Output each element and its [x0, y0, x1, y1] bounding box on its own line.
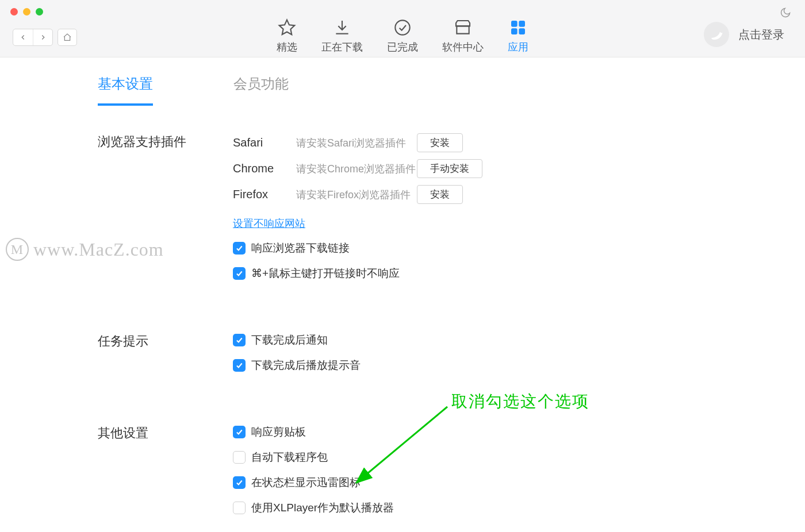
- check-circle-icon: [393, 18, 412, 37]
- tab-downloading[interactable]: 正在下载: [321, 18, 363, 54]
- check-icon: [235, 269, 243, 277]
- star-icon: [278, 18, 296, 37]
- check-label: 自动下载程序包: [251, 450, 328, 465]
- check-icon: [235, 479, 243, 487]
- close-window-button[interactable]: [10, 8, 18, 16]
- section-task-title: 任务提示: [98, 333, 233, 373]
- checkbox-notify-complete[interactable]: [233, 334, 246, 346]
- check-label: 下载完成后通知: [251, 333, 328, 348]
- plugin-hint-chrome: 请安装Chrome浏览器插件: [296, 162, 417, 176]
- forward-button[interactable]: [33, 29, 52, 45]
- check-label: 响应剪贴板: [251, 425, 306, 440]
- check-respond-browser-links: 响应浏览器下载链接: [233, 241, 482, 256]
- download-icon: [333, 18, 351, 37]
- checkbox-clipboard[interactable]: [233, 426, 246, 438]
- page-content: 基本设置 会员功能 浏览器支持插件 Safari 请安装Safari浏览器插件 …: [0, 57, 805, 515]
- check-xlplayer-default: 使用XLPlayer作为默认播放器: [233, 500, 394, 515]
- tab-member-features[interactable]: 会员功能: [233, 75, 289, 106]
- tab-apps-label: 应用: [508, 40, 528, 54]
- avatar: [704, 22, 729, 47]
- svg-rect-4: [519, 28, 525, 34]
- check-icon: [235, 428, 243, 436]
- plugin-hint-safari: 请安装Safari浏览器插件: [296, 136, 417, 150]
- plugin-row-firefox: Firefox 请安装Firefox浏览器插件 安装: [233, 185, 482, 204]
- minimize-window-button[interactable]: [23, 8, 30, 16]
- nav-buttons: [13, 29, 77, 46]
- check-label: 使用XLPlayer作为默认播放器: [251, 500, 394, 515]
- section-task-notify: 任务提示 下载完成后通知 下载完成后播放提示音: [98, 333, 805, 373]
- install-chrome-button[interactable]: 手动安装: [417, 159, 482, 178]
- svg-rect-1: [511, 21, 518, 27]
- window-controls: [10, 8, 43, 16]
- check-label: 响应浏览器下载链接: [251, 241, 350, 256]
- no-response-sites-link[interactable]: 设置不响应网站: [233, 217, 305, 230]
- tab-completed-label: 已完成: [387, 40, 418, 54]
- check-clipboard: 响应剪贴板: [233, 425, 394, 440]
- tab-downloading-label: 正在下载: [321, 40, 363, 54]
- toolbar: 精选 正在下载 已完成 软件中心 应用 点击登录: [0, 0, 805, 57]
- bird-icon: [706, 24, 727, 45]
- tab-software-center[interactable]: 软件中心: [442, 18, 484, 54]
- tab-software-center-label: 软件中心: [442, 40, 484, 54]
- plugin-row-safari: Safari 请安装Safari浏览器插件 安装: [233, 133, 482, 152]
- plugin-name-firefox: Firefox: [233, 188, 296, 201]
- check-icon: [235, 336, 243, 344]
- checkbox-statusbar-icon[interactable]: [233, 476, 246, 489]
- check-label: ⌘+鼠标主键打开链接时不响应: [251, 266, 400, 281]
- check-auto-download-pkg: 自动下载程序包: [233, 450, 394, 465]
- checkbox-play-sound[interactable]: [233, 359, 246, 372]
- annotation-text: 取消勾选这个选项: [451, 391, 589, 413]
- back-button[interactable]: [13, 29, 33, 45]
- tab-basic-settings[interactable]: 基本设置: [98, 75, 153, 106]
- check-icon: [235, 244, 243, 252]
- install-firefox-button[interactable]: 安装: [417, 185, 463, 204]
- tab-featured-label: 精选: [277, 40, 297, 54]
- login-text: 点击登录: [738, 27, 784, 43]
- tab-featured[interactable]: 精选: [277, 18, 297, 54]
- section-browser-plugin: 浏览器支持插件 Safari 请安装Safari浏览器插件 安装 Chrome …: [98, 133, 805, 281]
- dark-mode-toggle[interactable]: [780, 7, 791, 21]
- svg-point-0: [395, 20, 409, 34]
- check-label: 在状态栏显示迅雷图标: [251, 475, 361, 490]
- svg-rect-2: [519, 21, 525, 27]
- tab-completed[interactable]: 已完成: [387, 18, 418, 54]
- checkbox-auto-download-pkg[interactable]: [233, 451, 246, 464]
- check-cmd-click-no-response: ⌘+鼠标主键打开链接时不响应: [233, 266, 482, 281]
- home-button[interactable]: [57, 29, 77, 46]
- check-icon: [235, 361, 243, 369]
- settings-tabs: 基本设置 会员功能: [98, 75, 805, 106]
- checkbox-respond-browser-links[interactable]: [233, 242, 246, 255]
- nav-back-forward: [13, 29, 53, 46]
- tab-apps[interactable]: 应用: [508, 18, 528, 54]
- svg-rect-3: [511, 28, 518, 34]
- plugin-name-chrome: Chrome: [233, 162, 296, 175]
- check-label: 下载完成后播放提示音: [251, 358, 361, 373]
- check-play-sound: 下载完成后播放提示音: [233, 358, 361, 373]
- toolbar-tabs: 精选 正在下载 已完成 软件中心 应用: [277, 3, 528, 54]
- checkbox-xlplayer-default[interactable]: [233, 502, 246, 514]
- install-safari-button[interactable]: 安装: [417, 133, 463, 152]
- check-notify-complete: 下载完成后通知: [233, 333, 361, 348]
- apps-icon: [509, 18, 527, 37]
- check-statusbar-icon: 在状态栏显示迅雷图标: [233, 475, 394, 490]
- moon-icon: [780, 7, 791, 18]
- section-browser-title: 浏览器支持插件: [98, 133, 233, 281]
- checkbox-cmd-click-no-response[interactable]: [233, 267, 246, 280]
- section-other: 其他设置 响应剪贴板 自动下载程序包 在状态栏显示迅雷图标 使用XLPlay: [98, 425, 805, 515]
- login-area[interactable]: 点击登录: [704, 22, 784, 47]
- store-icon: [454, 18, 472, 37]
- plugin-row-chrome: Chrome 请安装Chrome浏览器插件 手动安装: [233, 159, 482, 178]
- section-other-title: 其他设置: [98, 425, 233, 515]
- plugin-name-safari: Safari: [233, 136, 296, 149]
- maximize-window-button[interactable]: [36, 8, 43, 16]
- plugin-hint-firefox: 请安装Firefox浏览器插件: [296, 188, 417, 202]
